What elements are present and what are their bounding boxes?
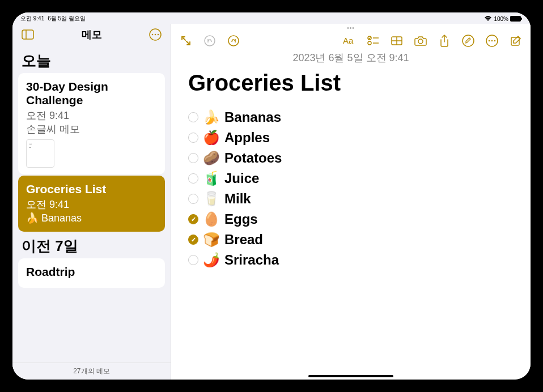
checklist-item[interactable]: 🍎Apples	[188, 127, 514, 148]
check-circle[interactable]: ✓	[188, 214, 198, 224]
status-bar: 오전 9:41 6월 5일 월요일 100%	[12, 12, 531, 24]
table-button[interactable]	[390, 34, 404, 48]
svg-point-6	[155, 34, 156, 36]
note-date-header: 2023년 6월 5일 오전 9:41	[171, 50, 531, 68]
editor-toolbar: Aa	[171, 32, 531, 50]
sidebar-toggle-button[interactable]	[19, 26, 36, 43]
svg-point-22	[491, 40, 493, 42]
note-editor: ••• Aa	[171, 24, 531, 380]
svg-rect-0	[510, 16, 521, 22]
note-preview: 🍌 Bananas	[26, 212, 82, 224]
svg-point-9	[228, 36, 239, 46]
svg-point-19	[463, 35, 474, 46]
item-emoji: 🍎	[203, 130, 220, 146]
check-circle[interactable]	[188, 153, 198, 163]
check-circle[interactable]	[188, 173, 198, 184]
battery-icon	[510, 16, 523, 22]
item-text: Bread	[224, 232, 263, 248]
check-circle[interactable]	[188, 112, 198, 122]
note-title: 30-Day Design Challenge	[26, 80, 157, 107]
svg-point-18	[418, 39, 423, 44]
svg-rect-2	[22, 30, 33, 39]
markup-button[interactable]	[461, 34, 475, 48]
item-emoji: 🌶️	[203, 252, 220, 268]
svg-rect-1	[521, 18, 522, 20]
more-button[interactable]	[485, 34, 499, 48]
notes-list[interactable]: 오늘 30-Day Design Challenge 오전 9:41 손글씨 메…	[12, 45, 171, 363]
sidebar-title: 메모	[36, 28, 147, 41]
home-indicator[interactable]	[308, 375, 393, 377]
section-header-prev7: 이전 7일	[18, 233, 165, 258]
window-drag-handle[interactable]: •••	[171, 24, 531, 32]
check-circle[interactable]	[188, 255, 198, 265]
sidebar: 메모 오늘 30-Day Design Challenge 오전 9:41 손글…	[12, 24, 171, 380]
checklist-item[interactable]: 🍌Bananas	[188, 107, 514, 127]
check-circle[interactable]: ✓	[188, 235, 198, 245]
section-header-today: 오늘	[18, 48, 165, 73]
camera-button[interactable]	[414, 34, 427, 48]
note-preview: 손글씨 메모	[26, 123, 80, 135]
status-time: 오전 9:41	[20, 15, 44, 23]
fullscreen-button[interactable]	[179, 34, 193, 48]
note-time: 오전 9:41	[26, 199, 69, 210]
note-title: Roadtrip	[26, 265, 157, 279]
checklist-button[interactable]	[366, 34, 380, 48]
note-item[interactable]: Roadtrip	[18, 258, 165, 288]
svg-point-5	[152, 34, 154, 36]
svg-point-23	[494, 40, 496, 42]
note-item[interactable]: 30-Day Design Challenge 오전 9:41 손글씨 메모 ▪…	[18, 73, 165, 174]
item-text: Apples	[224, 130, 270, 146]
svg-point-8	[205, 36, 215, 46]
note-time: 오전 9:41	[26, 110, 69, 121]
item-emoji: 🧃	[203, 171, 220, 186]
svg-point-13	[368, 41, 371, 45]
item-text: Bananas	[224, 109, 281, 125]
notes-count: 27개의 메모	[12, 363, 171, 380]
item-emoji: 🍞	[203, 232, 220, 248]
drag-dots-icon: •••	[347, 25, 355, 31]
svg-point-21	[489, 40, 490, 42]
note-thumbnail: ▪▪▪▪▪	[26, 139, 54, 168]
item-text: Milk	[224, 191, 251, 207]
item-emoji: 🥛	[203, 191, 220, 207]
checklist-item[interactable]: 🧃Juice	[188, 168, 514, 189]
check-circle[interactable]	[188, 133, 198, 143]
redo-button[interactable]	[227, 34, 240, 48]
note-item-selected[interactable]: Groceries List 오전 9:41 🍌 Bananas	[18, 176, 165, 232]
format-button[interactable]: Aa	[342, 34, 356, 48]
check-circle[interactable]	[188, 194, 198, 204]
undo-button[interactable]	[203, 34, 217, 48]
note-content[interactable]: Groceries List 🍌Bananas🍎Apples🥔Potatoes🧃…	[171, 68, 531, 380]
item-text: Juice	[224, 171, 259, 186]
compose-button[interactable]	[509, 34, 523, 48]
item-emoji: 🥔	[203, 150, 220, 166]
item-text: Sriracha	[224, 252, 279, 268]
checklist-item[interactable]: 🥛Milk	[188, 189, 514, 209]
wifi-icon	[484, 16, 492, 22]
item-emoji: 🍌	[203, 109, 220, 125]
item-text: Potatoes	[224, 150, 282, 166]
share-button[interactable]	[438, 34, 451, 48]
note-title: Groceries List	[26, 182, 157, 196]
more-options-button[interactable]	[147, 26, 164, 43]
checklist-item[interactable]: 🥔Potatoes	[188, 148, 514, 168]
checklist-item[interactable]: ✓🥚Eggs	[188, 209, 514, 229]
item-text: Eggs	[224, 211, 258, 227]
item-emoji: 🥚	[203, 211, 220, 227]
checklist-item[interactable]: ✓🍞Bread	[188, 229, 514, 250]
battery-percent: 100%	[494, 16, 508, 22]
checklist-item[interactable]: 🌶️Sriracha	[188, 250, 514, 270]
svg-point-7	[158, 34, 159, 36]
note-main-title: Groceries List	[188, 70, 514, 96]
status-date: 6월 5일 월요일	[48, 15, 86, 23]
svg-text:Aa: Aa	[343, 36, 354, 45]
